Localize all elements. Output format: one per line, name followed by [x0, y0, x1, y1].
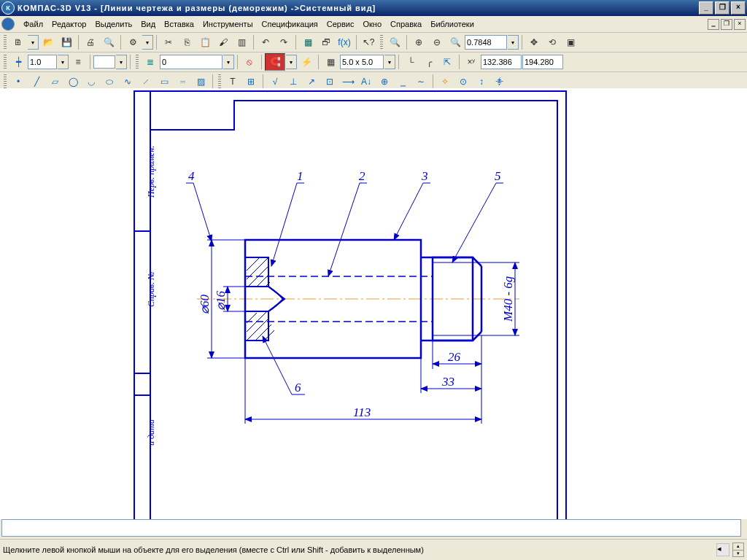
toolbar-grip[interactable]: [380, 35, 383, 50]
menu-help[interactable]: Справка: [386, 18, 426, 30]
command-input[interactable]: [1, 519, 741, 537]
svg-line-52: [263, 336, 292, 394]
svg-line-46: [328, 183, 360, 276]
ortho-icon[interactable]: └: [402, 53, 419, 71]
coord-mode-icon[interactable]: ×ʸ: [462, 53, 480, 71]
linewidth-input[interactable]: [28, 55, 57, 69]
grid-dropdown[interactable]: ▾: [384, 55, 395, 69]
paste-icon[interactable]: 📋: [196, 34, 214, 51]
toolbar-grip[interactable]: [4, 55, 7, 69]
dim-33: 33: [441, 375, 454, 389]
calc-icon[interactable]: ▦: [299, 34, 317, 51]
local-cs-icon[interactable]: ⇱: [438, 53, 456, 71]
leader-6: 6: [295, 381, 301, 394]
zoom-fit-icon[interactable]: ▣: [562, 34, 579, 51]
linestyle-icon[interactable]: ┿: [9, 53, 27, 71]
leader-3: 3: [421, 169, 428, 183]
window-titlebar: К КОМПАС-3D V13 - [Линии чертежа и разме…: [0, 0, 747, 16]
menu-libs[interactable]: Библиотеки: [426, 18, 479, 30]
toolbar-grip[interactable]: [4, 35, 7, 50]
redo-icon[interactable]: ↷: [275, 34, 293, 51]
zoom-prev-icon[interactable]: ⟲: [543, 34, 561, 51]
zoom-input[interactable]: [465, 35, 507, 50]
print-icon[interactable]: 🖨: [82, 34, 99, 51]
svg-line-5: [473, 257, 481, 266]
standard-toolbar: 🗎 ▾ 📂 💾 🖨 🔍 ⚙ ▾ ✂ ⎘ 📋 🖌 ▥ ↶ ↷ ▦ 🗗 f(x) ↖…: [0, 33, 747, 52]
svg-line-48: [394, 183, 423, 240]
menu-edit[interactable]: Редактор: [47, 18, 90, 30]
menu-tools[interactable]: Инструменты: [198, 18, 258, 30]
open-icon[interactable]: 📂: [39, 34, 57, 51]
coord-y-input[interactable]: [522, 55, 563, 69]
zoom-window-icon[interactable]: 🔍: [386, 34, 403, 51]
properties-icon[interactable]: ⚙: [124, 34, 142, 51]
attributes-icon[interactable]: ▥: [233, 34, 250, 51]
menu-spec[interactable]: Спецификация: [258, 18, 322, 30]
color-swatch[interactable]: [93, 55, 115, 69]
coord-x-input[interactable]: [481, 55, 522, 69]
undo-icon[interactable]: ↶: [257, 34, 274, 51]
drawing-canvas[interactable]: Перв. примен. Справ. № и дата: [0, 88, 747, 519]
help-arrow-icon[interactable]: ↖?: [360, 34, 377, 51]
dim-d60: ⌀60: [198, 295, 212, 315]
menu-service[interactable]: Сервис: [322, 18, 359, 30]
new-doc-icon[interactable]: 🗎: [9, 34, 27, 51]
round-icon[interactable]: ╭: [420, 53, 438, 71]
manager-icon[interactable]: 🗗: [317, 34, 335, 51]
linewidth-dropdown[interactable]: ▾: [58, 55, 69, 69]
linetype-icon[interactable]: ≡: [69, 53, 87, 71]
svg-line-44: [271, 183, 297, 266]
zoom-dropdown[interactable]: ▾: [508, 35, 519, 50]
pan-icon[interactable]: ✥: [525, 34, 543, 51]
print-preview-icon[interactable]: 🔍: [100, 34, 117, 51]
mdi-restore-button[interactable]: ❐: [721, 19, 732, 30]
svg-line-42: [193, 183, 212, 241]
new-doc-dropdown[interactable]: ▾: [28, 35, 39, 50]
zoom-in-icon[interactable]: ⊕: [410, 34, 427, 51]
color-dropdown[interactable]: ▾: [116, 55, 127, 69]
save-icon[interactable]: 💾: [58, 34, 75, 51]
params-icon[interactable]: ⚡: [298, 53, 315, 71]
copy-icon[interactable]: ⎘: [178, 34, 196, 51]
snap-dropdown[interactable]: ▾: [286, 55, 297, 69]
zoom-out-icon[interactable]: ⊖: [428, 34, 446, 51]
minimize-button[interactable]: _: [699, 1, 713, 15]
snap-toggle-icon[interactable]: 🧲: [265, 53, 285, 71]
grid-icon[interactable]: ▦: [322, 53, 339, 71]
zoom-scale-icon[interactable]: 🔍: [446, 34, 464, 51]
svg-line-50: [452, 183, 496, 262]
toolbar-grip[interactable]: [136, 55, 139, 69]
grid-input[interactable]: [340, 55, 384, 69]
layers-icon[interactable]: ≣: [142, 53, 159, 71]
cut-icon[interactable]: ✂: [160, 34, 177, 51]
brush-icon[interactable]: 🖌: [214, 34, 232, 51]
maximize-button[interactable]: ❐: [715, 1, 729, 15]
menu-select[interactable]: Выделить: [90, 18, 136, 30]
properties-dropdown[interactable]: ▾: [142, 35, 153, 50]
variables-icon[interactable]: f(x): [336, 34, 353, 51]
menu-insert[interactable]: Вставка: [160, 18, 198, 30]
menu-file[interactable]: Файл: [19, 18, 47, 30]
menu-window[interactable]: Окно: [358, 18, 386, 30]
layer-dropdown[interactable]: ▾: [223, 55, 234, 69]
close-button[interactable]: ×: [731, 1, 746, 15]
leader-1: 1: [297, 169, 303, 183]
mdi-close-button[interactable]: ×: [734, 19, 746, 30]
current-state-toolbar: ┿ ▾ ≡ ▾ ≣ ▾ ⦸ 🧲 ▾ ⚡ ▦ ▾ └ ╭ ⇱ ×ʸ: [0, 52, 747, 72]
mdi-minimize-button[interactable]: ‗: [708, 19, 719, 30]
hscroll-left[interactable]: ◂: [716, 543, 729, 556]
leader-4: 4: [188, 169, 195, 183]
svg-line-6: [473, 332, 481, 341]
toolbar-grip[interactable]: [218, 74, 221, 89]
layer-input[interactable]: [160, 55, 222, 69]
window-title: КОМПАС-3D V13 - [Линии чертежа и размеры…: [18, 4, 697, 12]
leader-2: 2: [359, 169, 365, 183]
stop-icon[interactable]: ⦸: [241, 53, 258, 71]
statusbar: Щелкните левой кнопкой мыши на объекте д…: [0, 539, 747, 560]
menubar: Файл Редактор Выделить Вид Вставка Инстр…: [0, 16, 747, 33]
page-spinner[interactable]: ▴▾: [732, 542, 744, 557]
mdi-controls: ‗ ❐ ×: [706, 19, 746, 30]
menu-view[interactable]: Вид: [136, 18, 160, 30]
leader-5: 5: [495, 169, 501, 183]
toolbar-grip[interactable]: [4, 74, 7, 89]
